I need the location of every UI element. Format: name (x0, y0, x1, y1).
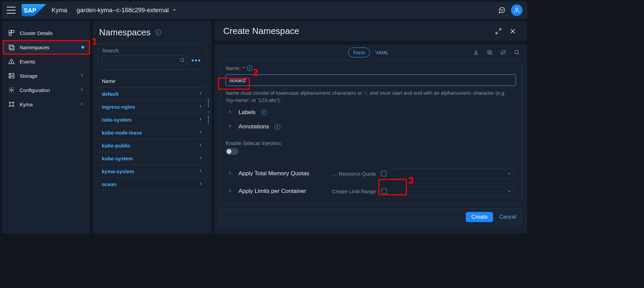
namespace-link[interactable]: ingress-nginx (102, 104, 135, 110)
sidebar-item-storage[interactable]: Storage (2, 69, 90, 83)
search-box: Search: ••• (98, 44, 207, 70)
create-title: Create Namespace (223, 26, 299, 36)
svg-text:SAP: SAP (24, 7, 36, 14)
sidebar-item-label: Kyma (20, 102, 33, 107)
avatar-circle (511, 4, 523, 16)
sidebar-item-configuration[interactable]: Configuration (2, 83, 90, 97)
copy-icon[interactable] (485, 49, 495, 55)
annotations-section[interactable]: Annotations i (226, 121, 516, 132)
chevron-down-icon (172, 7, 177, 14)
svg-point-20 (13, 105, 14, 106)
user-avatar[interactable] (511, 4, 523, 16)
svg-rect-7 (9, 33, 12, 36)
chevron-right-icon (198, 104, 203, 110)
search-icon[interactable] (512, 49, 522, 55)
chevron-right-icon (198, 130, 203, 136)
table-row[interactable]: kube-node-lease (98, 126, 207, 139)
namespace-link[interactable]: kube-public (102, 143, 130, 148)
svg-point-14 (10, 74, 10, 74)
storage-icon (8, 72, 15, 79)
tab-yaml[interactable]: YAML (370, 48, 394, 57)
info-icon[interactable]: i (155, 30, 161, 35)
product-name: Kyma (52, 7, 67, 14)
limits-select[interactable] (392, 186, 515, 196)
menu-hamburger[interactable] (7, 7, 16, 14)
memory-quota-select[interactable] (392, 168, 515, 179)
namespace-link[interactable]: ocean (102, 181, 116, 187)
chevron-right-icon (79, 102, 84, 107)
table-row[interactable]: kyma-system (98, 165, 207, 178)
namespace-link[interactable]: kube-system (102, 156, 133, 161)
download-icon[interactable] (471, 49, 481, 55)
apply-limits-row: Apply Limits per Container Create Limit … (226, 184, 516, 198)
name-help-text: Name must consist of lowercase alphanume… (226, 89, 516, 104)
namespace-link[interactable]: istio-system (102, 117, 132, 123)
svg-line-28 (496, 32, 498, 34)
chevron-right-icon[interactable] (227, 188, 233, 195)
svg-point-25 (181, 58, 184, 61)
memory-quota-checkbox[interactable] (381, 171, 386, 176)
chevron-right-icon (198, 156, 203, 161)
cluster-selector[interactable]: garden-kyma--c-168c299-external (77, 7, 177, 14)
table-row[interactable]: ocean (98, 178, 207, 191)
sidecar-label: Enable Sidecar Injection: (226, 140, 516, 146)
sidebar-item-kyma[interactable]: Kyma (2, 97, 90, 111)
name-input[interactable] (229, 77, 513, 84)
column-header-name: Name (98, 75, 207, 88)
main-layout: Cluster Details Namespaces Events Storag… (0, 19, 529, 235)
feedback-icon[interactable] (496, 4, 508, 16)
namespace-link[interactable]: kyma-system (102, 168, 134, 174)
tab-form[interactable]: Form (348, 48, 370, 57)
chevron-right-icon[interactable] (227, 170, 233, 177)
close-icon[interactable] (507, 28, 518, 35)
apply-memory-row: Apply Total Memory Quotas … Resource Quo… (226, 166, 516, 181)
topbar: SAP Kyma garden-kyma--c-168c299-external (2, 1, 527, 19)
table-row[interactable]: istio-system (98, 113, 207, 126)
name-input-wrap (226, 74, 516, 86)
search-icon[interactable] (179, 57, 185, 64)
chevron-right-icon (198, 117, 203, 123)
chevron-right-icon (79, 87, 84, 93)
svg-point-3 (503, 9, 503, 10)
namespace-link[interactable]: kube-node-lease (102, 130, 142, 136)
sidebar-item-label: Cluster Details (20, 30, 53, 36)
table-row[interactable]: ingress-nginx (98, 101, 207, 113)
svg-point-17 (9, 102, 10, 103)
svg-line-36 (518, 53, 519, 54)
search-input[interactable] (102, 56, 187, 65)
create-header: Create Namespace (214, 21, 527, 41)
table-row[interactable]: kube-system (98, 152, 207, 165)
mode-segmented: Form YAML (348, 48, 394, 57)
create-namespace-panel: Create Namespace Form YAML (214, 21, 527, 233)
name-label: Name:* i (226, 65, 516, 71)
info-icon[interactable]: i (261, 110, 267, 115)
split-handle[interactable] (208, 115, 209, 124)
table-row[interactable]: default (98, 88, 207, 101)
namespace-link[interactable]: default (102, 91, 118, 97)
svg-point-16 (11, 89, 13, 91)
chevron-right-icon (227, 123, 233, 130)
cancel-link[interactable]: Cancel (499, 214, 516, 220)
sidebar-item-events[interactable]: Events (2, 54, 90, 69)
chevron-right-icon (198, 168, 203, 174)
limits-checkbox[interactable] (381, 188, 387, 194)
chevron-right-icon (198, 91, 203, 97)
sidebar-item-label: Namespaces (20, 44, 50, 50)
info-icon[interactable]: i (247, 65, 252, 71)
visibility-off-icon[interactable] (498, 49, 508, 55)
namespaces-list-panel: Namespaces i Search: ••• Name defaulting… (93, 21, 212, 233)
split-handle[interactable] (208, 98, 209, 107)
sidebar-item-cluster-details[interactable]: Cluster Details (2, 26, 90, 40)
labels-section[interactable]: Labels i (226, 107, 516, 118)
collapse-handle-icon[interactable] (207, 109, 211, 116)
search-label: Search: (102, 48, 203, 53)
create-button[interactable]: Create (466, 212, 493, 222)
table-row[interactable]: kube-public (98, 139, 207, 152)
expand-icon[interactable] (493, 28, 504, 35)
events-icon (8, 58, 15, 65)
info-icon[interactable]: i (274, 124, 280, 130)
svg-rect-8 (9, 45, 13, 49)
sidecar-toggle[interactable] (226, 148, 239, 155)
more-actions-icon[interactable]: ••• (190, 56, 203, 65)
sidebar-item-namespaces[interactable]: Namespaces (2, 40, 90, 54)
